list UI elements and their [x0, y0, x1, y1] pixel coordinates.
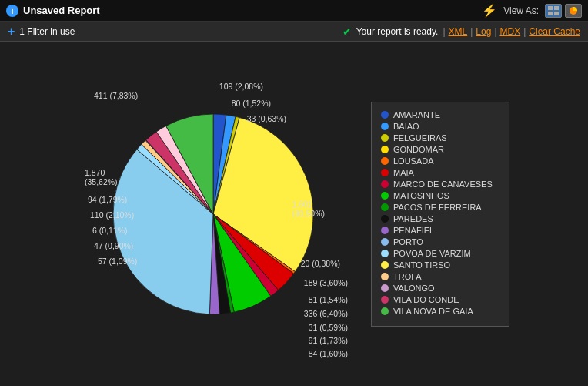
- label-31: 31 (0,59%): [309, 323, 348, 332]
- label-336: 336 (6,40%): [304, 309, 348, 318]
- view-as-label: View As:: [503, 5, 539, 16]
- status-area: ✔ Your report is ready. | XML | Log | MD…: [342, 25, 580, 38]
- legend-dot: [381, 169, 389, 176]
- svg-rect-0: [548, 6, 553, 10]
- legend-item: MATOSINHOS: [381, 191, 499, 200]
- legend-dot: [381, 238, 389, 246]
- legend-item: MARCO DE CANAVESES: [381, 180, 499, 189]
- legend-item: BAIAO: [381, 122, 499, 131]
- table-view-button[interactable]: [545, 4, 562, 18]
- legend-item: GONDOMAR: [381, 145, 499, 154]
- mdx-link[interactable]: MDX: [500, 26, 521, 37]
- legend-dot: [381, 180, 389, 188]
- lightning-icon: ⚡: [482, 3, 497, 18]
- legend-label: VILA DO CONDE: [393, 295, 459, 304]
- filter-bar: + 1 Filter in use ✔ Your report is ready…: [0, 22, 588, 42]
- legend-dot: [381, 307, 389, 315]
- legend-dot: [381, 296, 389, 304]
- legend-label: TROFA: [393, 272, 422, 281]
- legend-item: POVOA DE VARZIM: [381, 249, 499, 258]
- legend-dot: [381, 273, 389, 280]
- legend-item: PENAFIEL: [381, 226, 499, 235]
- legend-label: SANTO TIRSO: [393, 260, 450, 270]
- title-icon-area: i Unsaved Report: [6, 5, 100, 17]
- legend-dot: [381, 134, 389, 142]
- clear-cache-link[interactable]: Clear Cache: [529, 26, 580, 37]
- label-94: 94 (1,79%): [88, 195, 127, 204]
- legend-item: FELGUEIRAS: [381, 133, 499, 143]
- legend-item: LOUSADA: [381, 156, 499, 166]
- legend-dot: [381, 157, 389, 165]
- label-84: 84 (1,60%): [309, 349, 348, 358]
- legend-item: PAREDES: [381, 214, 499, 223]
- svg-rect-1: [554, 6, 559, 10]
- legend-label: VILA NOVA DE GAIA: [393, 307, 473, 316]
- chart-view-button[interactable]: [565, 4, 582, 18]
- legend-label: PAREDES: [393, 214, 433, 223]
- legend-item: AMARANTE: [381, 110, 499, 119]
- legend-label: MATOSINHOS: [393, 191, 449, 200]
- legend-dot: [381, 203, 389, 211]
- legend-item: VILA DO CONDE: [381, 295, 499, 304]
- filter-count-text: 1 Filter in use: [19, 26, 75, 37]
- legend-label: FELGUEIRAS: [393, 133, 447, 143]
- legend-dot: [381, 146, 389, 153]
- xml-link[interactable]: XML: [449, 26, 468, 37]
- legend-label: LOUSADA: [393, 156, 434, 166]
- legend-dot: [381, 192, 389, 200]
- label-80: 80 (1,52%): [232, 99, 271, 108]
- legend-dot: [381, 261, 389, 269]
- legend-item: VILA NOVA DE GAIA: [381, 307, 499, 316]
- legend-dot: [381, 215, 389, 223]
- label-20: 20 (0,38%): [301, 259, 340, 268]
- label-47: 47 (0,90%): [94, 241, 133, 250]
- label-33: 33 (0,63%): [247, 114, 286, 123]
- legend-dot: [381, 250, 389, 257]
- label-57: 57 (1,09%): [98, 257, 137, 266]
- legend-label: MARCO DE CANAVESES: [393, 180, 493, 189]
- legend-label: AMARANTE: [393, 110, 440, 119]
- legend-label: PENAFIEL: [393, 226, 434, 235]
- label-91: 91 (1,73%): [309, 336, 348, 345]
- chart-legend: AMARANTE BAIAO FELGUEIRAS GONDOMAR LOUSA…: [371, 102, 509, 327]
- legend-item: VALONGO: [381, 284, 499, 293]
- svg-rect-2: [548, 12, 553, 15]
- label-109: 109 (2,08%): [219, 82, 263, 91]
- label-189: 189 (3,60%): [304, 278, 348, 287]
- view-icons: [545, 4, 582, 18]
- legend-label: PORTO: [393, 237, 423, 247]
- label-1870: 1.870(35,62%): [85, 168, 118, 186]
- add-filter-button[interactable]: +: [8, 25, 15, 39]
- legend-item: SANTO TIRSO: [381, 260, 499, 270]
- label-81: 81 (1,54%): [309, 295, 348, 304]
- legend-label: GONDOMAR: [393, 145, 444, 154]
- log-link[interactable]: Log: [476, 26, 491, 37]
- export-links: | XML | Log | MDX | Clear Cache: [443, 26, 580, 37]
- legend-dot: [381, 123, 389, 130]
- title-bar: i Unsaved Report ⚡ View As:: [0, 0, 588, 22]
- legend-item: PACOS DE FERREIRA: [381, 203, 499, 212]
- label-110: 110 (2,10%): [90, 210, 134, 220]
- check-icon: ✔: [342, 25, 352, 38]
- legend-item: MAIA: [381, 168, 499, 177]
- legend-dot: [381, 284, 389, 292]
- pie-chart-area: 109 (2,08%) 80 (1,52%) 33 (0,63%) 1.601(…: [79, 68, 348, 361]
- legend-label: POVOA DE VARZIM: [393, 249, 471, 258]
- legend-dot: [381, 111, 389, 119]
- chart-container: 109 (2,08%) 80 (1,52%) 33 (0,63%) 1.601(…: [79, 52, 509, 376]
- title-bar-controls: ⚡ View As:: [482, 3, 582, 18]
- label-6: 6 (0,11%): [92, 226, 128, 235]
- legend-dot: [381, 227, 389, 234]
- label-1601: 1.601(30,50%): [292, 199, 325, 217]
- legend-label: PACOS DE FERREIRA: [393, 203, 482, 212]
- status-text: Your report is ready.: [356, 26, 439, 37]
- legend-label: BAIAO: [393, 122, 419, 131]
- svg-rect-3: [554, 12, 559, 15]
- info-icon: i: [6, 5, 18, 17]
- legend-label: MAIA: [393, 168, 414, 177]
- legend-label: VALONGO: [393, 284, 435, 293]
- label-411: 411 (7,83%): [94, 91, 138, 100]
- main-content: 109 (2,08%) 80 (1,52%) 33 (0,63%) 1.601(…: [0, 42, 588, 386]
- report-title: Unsaved Report: [23, 5, 100, 16]
- legend-item: TROFA: [381, 272, 499, 281]
